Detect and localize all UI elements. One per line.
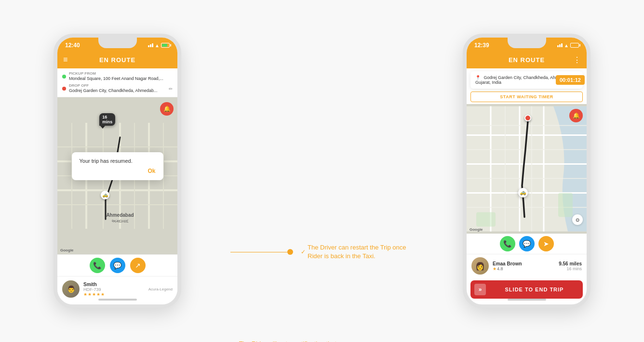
right-car-icon: 🚕: [518, 188, 528, 197]
right-action-buttons: 📞 💬 ➤: [467, 234, 587, 254]
chat-button[interactable]: 💬: [110, 258, 125, 273]
svg-rect-15: [467, 106, 587, 232]
dropoff-label: DROP OFF: [69, 83, 157, 88]
right-nav-button[interactable]: ➤: [538, 236, 554, 251]
top-annotation: ✓ The Driver can restart the Trip once R…: [230, 243, 414, 261]
pin-unit: mins: [102, 119, 112, 124]
right-signal-icon: [557, 43, 563, 47]
google-logo: Google: [60, 248, 74, 252]
right-status-bar: 12:39 ▲: [467, 38, 587, 51]
action-buttons-bar: 📞 💬 ↗: [57, 254, 177, 276]
popup-ok-button[interactable]: Ok: [80, 168, 156, 174]
pickup-dot: [62, 75, 66, 79]
trip-time: 16 mins: [559, 266, 582, 271]
driver-details: Smith HDF-739 ★★★★★: [83, 282, 145, 297]
share-button[interactable]: ↗: [130, 258, 146, 273]
pin-time: 16: [102, 115, 107, 119]
top-dot: [287, 249, 293, 255]
right-app-header: EN ROUTE ⋮: [467, 51, 587, 68]
map-pin: 16 mins: [99, 113, 115, 129]
right-time: 12:39: [474, 42, 489, 49]
svg-text:Ahmedabad: Ahmedabad: [106, 212, 134, 218]
battery-icon: [161, 43, 170, 48]
left-status-bar: 12:40 ▲: [57, 38, 177, 51]
right-map: 🔔 🚕 ⊙ Google: [467, 104, 587, 234]
wifi-icon: ▲: [155, 43, 160, 48]
left-emergency-btn[interactable]: 🔔: [160, 102, 174, 116]
right-battery-icon: [570, 43, 579, 48]
rider-rating: 4.8: [497, 266, 503, 271]
slide-to-end-button[interactable]: » SLIDE TO END TRIP: [470, 280, 583, 299]
svg-rect-28: [476, 212, 496, 227]
right-wifi-icon: ▲: [564, 43, 569, 48]
rider-info: 👩 Emaa Brown ★ 4.8 9.56 miles 16 mins: [467, 254, 587, 277]
trip-meta: 9.56 miles 16 mins: [559, 261, 582, 271]
popup-message: Your trip has resumed.: [80, 158, 156, 164]
phone-button[interactable]: 📞: [90, 258, 105, 273]
right-emergency-btn[interactable]: 🔔: [569, 109, 583, 122]
edit-icon[interactable]: ✏: [169, 86, 173, 92]
slide-text: SLIDE TO END TRIP: [490, 287, 579, 292]
slide-area: » SLIDE TO END TRIP: [467, 277, 587, 304]
driver-stars: ★★★★★: [83, 292, 145, 297]
timer-badge: 00:01:12: [556, 75, 585, 85]
wait-timer-button[interactable]: START WAITING TIMER: [470, 92, 583, 102]
signal-icon: [148, 43, 153, 47]
trip-resume-popup: Your trip has resumed. Ok: [72, 152, 163, 180]
top-check-icon: ✓: [301, 249, 306, 255]
pickup-label: PICKUP FROM: [69, 71, 163, 76]
driver-plate: HDF-739: [83, 287, 145, 292]
rider-name: Emaa Brown: [493, 261, 555, 266]
pickup-address: Mondeal Square, 100 Feet Anand Nagar Roa…: [69, 76, 163, 82]
trip-distance: 9.56 miles: [559, 261, 582, 266]
driver-panel: 👨 Smith HDF-739 ★★★★★ Acura-Legend: [57, 276, 177, 304]
car-icon: 🚕: [101, 191, 109, 199]
top-connector-left: [230, 252, 287, 252]
driver-avatar: 👨: [62, 280, 80, 298]
rider-avatar: 👩: [471, 257, 489, 275]
left-app-header: ≡ EN ROUTE: [57, 51, 177, 68]
destination-marker: [524, 115, 531, 121]
dropoff-address: Godrej Garden City, Chandkheda, Ahmedab.…: [69, 88, 157, 94]
left-route-info: PICKUP FROM Mondeal Square, 100 Feet Ana…: [57, 68, 177, 97]
location-pin-icon: 📍: [475, 75, 481, 80]
left-time: 12:40: [65, 42, 80, 49]
right-phone: 12:39 ▲ EN ROUTE ⋮ 📍 Godr: [463, 34, 590, 308]
left-header-title: EN ROUTE: [99, 56, 135, 64]
svg-text:અમદાવાદ: અમદાવાદ: [111, 219, 129, 224]
left-map: Ahmedabad અમદાવાદ 🔔 16 mins 🚕: [57, 97, 177, 254]
top-annotation-text: The Driver can restart the Trip once Rid…: [308, 243, 414, 261]
scene: 12:40 ▲ ≡ EN ROUTE: [0, 0, 644, 342]
driver-name: Smith: [83, 282, 145, 287]
slide-arrow-icon: »: [474, 284, 486, 295]
location-button[interactable]: ⊙: [572, 214, 583, 225]
driver-car: Acura-Legend: [148, 287, 173, 291]
dots-icon[interactable]: ⋮: [573, 55, 581, 65]
right-phone-button[interactable]: 📞: [500, 236, 515, 251]
bottom-annotation: The Rider will get a notification that h…: [230, 340, 414, 342]
left-phone: 12:40 ▲ ≡ EN ROUTE: [54, 34, 181, 308]
menu-icon[interactable]: ≡: [63, 55, 67, 64]
svg-rect-29: [558, 193, 573, 217]
bottom-annotation-text: The Rider will get a notification that h…: [230, 340, 336, 342]
rider-details: Emaa Brown ★ 4.8: [493, 261, 555, 271]
right-chat-button[interactable]: 💬: [519, 236, 535, 251]
left-status-icons: ▲: [148, 43, 170, 48]
dropoff-dot: [62, 87, 66, 91]
destination-card: 📍 Godrej Garden City, Chandkheda, Ahmeda…: [470, 71, 583, 89]
right-status-icons: ▲: [557, 43, 579, 48]
right-header-title: EN ROUTE: [509, 56, 545, 64]
right-google-logo: Google: [470, 227, 483, 232]
